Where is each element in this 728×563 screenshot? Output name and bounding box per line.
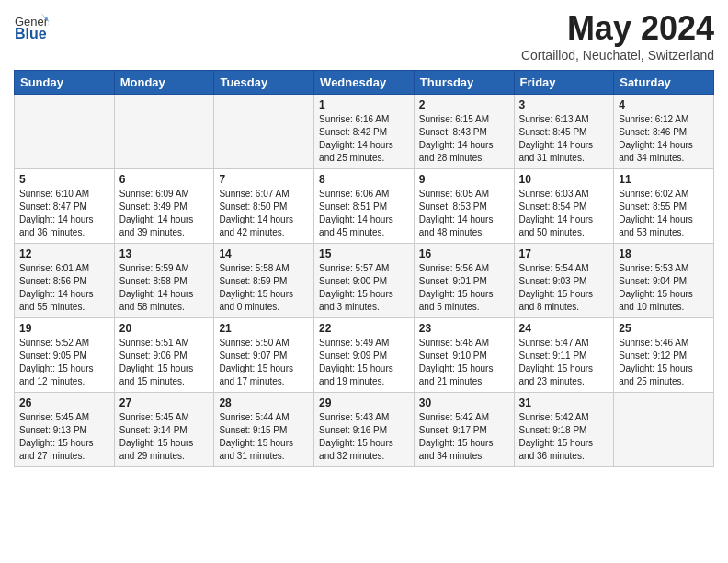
day-info: Sunrise: 5:54 AM Sunset: 9:03 PM Dayligh… (519, 262, 609, 314)
day-number: 18 (619, 247, 709, 260)
day-info: Sunrise: 5:45 AM Sunset: 9:14 PM Dayligh… (119, 411, 210, 463)
page-header: General Blue May 2024 Cortaillod, Neucha… (14, 9, 714, 63)
day-number: 23 (419, 322, 509, 335)
day-number: 8 (319, 173, 409, 186)
day-number: 17 (519, 247, 609, 260)
day-info: Sunrise: 5:51 AM Sunset: 9:06 PM Dayligh… (119, 337, 210, 388)
day-number: 10 (519, 173, 609, 186)
day-cell: 29Sunrise: 5:43 AM Sunset: 9:16 PM Dayli… (314, 393, 415, 467)
day-cell: 16Sunrise: 5:56 AM Sunset: 9:01 PM Dayli… (414, 244, 514, 318)
day-number: 13 (119, 247, 210, 260)
day-cell: 6Sunrise: 6:09 AM Sunset: 8:49 PM Daylig… (114, 169, 214, 244)
day-number: 4 (619, 98, 709, 111)
day-cell: 9Sunrise: 6:05 AM Sunset: 8:53 PM Daylig… (414, 169, 514, 244)
day-number: 14 (219, 247, 309, 260)
day-info: Sunrise: 6:03 AM Sunset: 8:54 PM Dayligh… (519, 188, 609, 239)
calendar-body: 1Sunrise: 6:16 AM Sunset: 8:42 PM Daylig… (15, 95, 714, 467)
day-info: Sunrise: 6:12 AM Sunset: 8:46 PM Dayligh… (619, 113, 709, 165)
day-cell: 8Sunrise: 6:06 AM Sunset: 8:51 PM Daylig… (314, 169, 415, 244)
week-row-3: 12Sunrise: 6:01 AM Sunset: 8:56 PM Dayli… (15, 244, 714, 318)
day-cell: 13Sunrise: 5:59 AM Sunset: 8:58 PM Dayli… (114, 244, 214, 318)
day-cell: 12Sunrise: 6:01 AM Sunset: 8:56 PM Dayli… (15, 244, 115, 318)
week-row-5: 26Sunrise: 5:45 AM Sunset: 9:13 PM Dayli… (15, 393, 714, 467)
day-cell: 22Sunrise: 5:49 AM Sunset: 9:09 PM Dayli… (314, 318, 415, 393)
day-number: 24 (519, 322, 609, 335)
day-number: 9 (419, 173, 509, 186)
day-cell: 18Sunrise: 5:53 AM Sunset: 9:04 PM Dayli… (614, 244, 714, 318)
day-info: Sunrise: 5:45 AM Sunset: 9:13 PM Dayligh… (19, 411, 109, 463)
day-info: Sunrise: 6:06 AM Sunset: 8:51 PM Dayligh… (319, 188, 409, 239)
week-row-4: 19Sunrise: 5:52 AM Sunset: 9:05 PM Dayli… (15, 318, 714, 393)
day-cell: 17Sunrise: 5:54 AM Sunset: 9:03 PM Dayli… (514, 244, 614, 318)
day-info: Sunrise: 5:56 AM Sunset: 9:01 PM Dayligh… (419, 262, 509, 314)
day-info: Sunrise: 5:48 AM Sunset: 9:10 PM Dayligh… (419, 337, 509, 388)
svg-text:Blue: Blue (15, 26, 47, 41)
day-info: Sunrise: 6:05 AM Sunset: 8:53 PM Dayligh… (419, 188, 509, 239)
day-cell: 30Sunrise: 5:42 AM Sunset: 9:17 PM Dayli… (414, 393, 514, 467)
day-info: Sunrise: 5:58 AM Sunset: 8:59 PM Dayligh… (219, 262, 309, 314)
day-info: Sunrise: 5:59 AM Sunset: 8:58 PM Dayligh… (119, 262, 210, 314)
day-cell: 28Sunrise: 5:44 AM Sunset: 9:15 PM Dayli… (214, 393, 314, 467)
day-cell: 27Sunrise: 5:45 AM Sunset: 9:14 PM Dayli… (114, 393, 214, 467)
calendar-table: Sunday Monday Tuesday Wednesday Thursday… (14, 70, 714, 467)
col-monday: Monday (114, 71, 214, 95)
month-title: May 2024 (521, 9, 714, 48)
day-number: 5 (19, 173, 109, 186)
day-info: Sunrise: 5:53 AM Sunset: 9:04 PM Dayligh… (619, 262, 709, 314)
day-cell: 31Sunrise: 5:42 AM Sunset: 9:18 PM Dayli… (514, 393, 614, 467)
day-number: 21 (219, 322, 309, 335)
day-info: Sunrise: 5:42 AM Sunset: 9:18 PM Dayligh… (519, 411, 609, 463)
day-cell: 1Sunrise: 6:16 AM Sunset: 8:42 PM Daylig… (314, 95, 415, 169)
day-info: Sunrise: 5:42 AM Sunset: 9:17 PM Dayligh… (419, 411, 509, 463)
day-cell: 3Sunrise: 6:13 AM Sunset: 8:45 PM Daylig… (514, 95, 614, 169)
day-number: 22 (319, 322, 409, 335)
day-cell (614, 393, 714, 467)
day-cell: 26Sunrise: 5:45 AM Sunset: 9:13 PM Dayli… (15, 393, 115, 467)
day-cell: 4Sunrise: 6:12 AM Sunset: 8:46 PM Daylig… (614, 95, 714, 169)
day-cell (214, 95, 314, 169)
day-number: 6 (119, 173, 210, 186)
day-info: Sunrise: 5:57 AM Sunset: 9:00 PM Dayligh… (319, 262, 409, 314)
day-cell (15, 95, 115, 169)
day-cell: 7Sunrise: 6:07 AM Sunset: 8:50 PM Daylig… (214, 169, 314, 244)
day-info: Sunrise: 6:13 AM Sunset: 8:45 PM Dayligh… (519, 113, 609, 165)
day-number: 29 (319, 396, 409, 409)
day-number: 31 (519, 396, 609, 409)
col-saturday: Saturday (614, 71, 714, 95)
day-info: Sunrise: 5:46 AM Sunset: 9:12 PM Dayligh… (619, 337, 709, 388)
day-number: 26 (19, 396, 109, 409)
day-info: Sunrise: 6:10 AM Sunset: 8:47 PM Dayligh… (19, 188, 109, 239)
day-number: 27 (119, 396, 210, 409)
day-number: 19 (19, 322, 109, 335)
col-thursday: Thursday (414, 71, 514, 95)
day-cell: 2Sunrise: 6:15 AM Sunset: 8:43 PM Daylig… (414, 95, 514, 169)
day-number: 16 (419, 247, 509, 260)
day-info: Sunrise: 5:47 AM Sunset: 9:11 PM Dayligh… (519, 337, 609, 388)
day-cell: 25Sunrise: 5:46 AM Sunset: 9:12 PM Dayli… (614, 318, 714, 393)
day-number: 15 (319, 247, 409, 260)
day-cell: 20Sunrise: 5:51 AM Sunset: 9:06 PM Dayli… (114, 318, 214, 393)
location-subtitle: Cortaillod, Neuchatel, Switzerland (521, 48, 714, 63)
day-info: Sunrise: 6:16 AM Sunset: 8:42 PM Dayligh… (319, 113, 409, 165)
logo: General Blue (14, 9, 52, 44)
day-info: Sunrise: 5:52 AM Sunset: 9:05 PM Dayligh… (19, 337, 109, 388)
day-info: Sunrise: 5:43 AM Sunset: 9:16 PM Dayligh… (319, 411, 409, 463)
day-number: 28 (219, 396, 309, 409)
logo-icon: General Blue (14, 9, 49, 44)
day-number: 20 (119, 322, 210, 335)
day-cell: 14Sunrise: 5:58 AM Sunset: 8:59 PM Dayli… (214, 244, 314, 318)
day-number: 12 (19, 247, 109, 260)
day-info: Sunrise: 6:15 AM Sunset: 8:43 PM Dayligh… (419, 113, 509, 165)
col-sunday: Sunday (15, 71, 115, 95)
day-cell: 19Sunrise: 5:52 AM Sunset: 9:05 PM Dayli… (15, 318, 115, 393)
day-number: 30 (419, 396, 509, 409)
day-cell: 24Sunrise: 5:47 AM Sunset: 9:11 PM Dayli… (514, 318, 614, 393)
day-number: 25 (619, 322, 709, 335)
day-number: 7 (219, 173, 309, 186)
col-wednesday: Wednesday (314, 71, 415, 95)
day-info: Sunrise: 5:49 AM Sunset: 9:09 PM Dayligh… (319, 337, 409, 388)
day-cell: 23Sunrise: 5:48 AM Sunset: 9:10 PM Dayli… (414, 318, 514, 393)
col-friday: Friday (514, 71, 614, 95)
day-number: 1 (319, 98, 409, 111)
day-info: Sunrise: 5:44 AM Sunset: 9:15 PM Dayligh… (219, 411, 309, 463)
